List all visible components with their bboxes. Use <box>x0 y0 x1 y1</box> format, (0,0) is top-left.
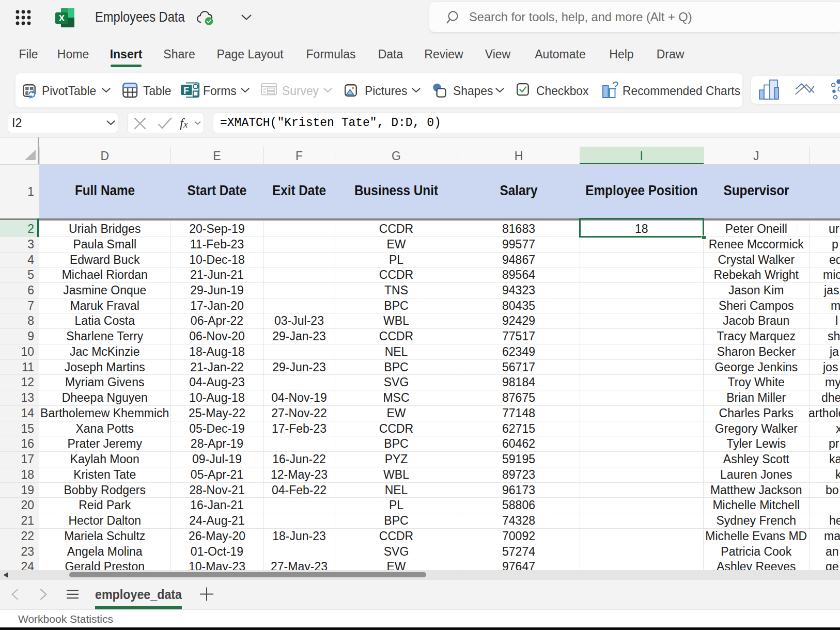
svg-text:X: X <box>59 13 65 23</box>
svg-text:?: ? <box>612 79 618 92</box>
svg-text:F: F <box>183 86 189 96</box>
